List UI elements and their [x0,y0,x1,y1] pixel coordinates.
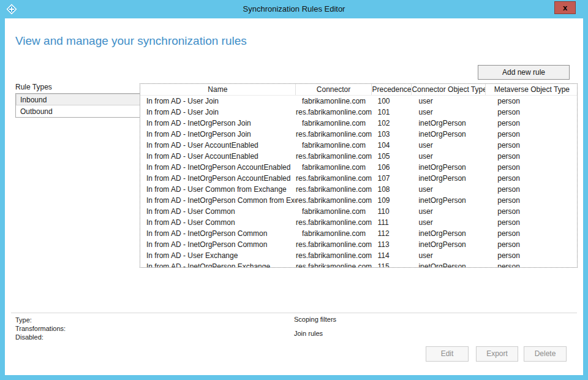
table-cell: In from AD - InetOrgPerson Join [140,129,296,140]
table-cell: res.fabrikamonline.com [296,250,372,261]
table-cell: In from AD - InetOrgPerson AccountEnable… [140,162,296,173]
table-row[interactable]: In from AD - InetOrgPerson Commonres.fab… [140,239,577,250]
table-cell: 101 [372,107,412,118]
details-divider [11,313,577,313]
table-cell: person [486,118,577,129]
rule-type-option-outbound[interactable]: Outbound [16,105,145,117]
table-cell: inetOrgPerson [412,162,486,173]
table-row[interactable]: In from AD - User Joinres.fabrikamonline… [140,107,577,118]
column-header-connector-object-type[interactable]: Connector Object Type [412,84,486,95]
table-cell: res.fabrikamonline.com [296,107,372,118]
table-cell: user [412,107,486,118]
column-header-metaverse-object-type[interactable]: Metaverse Object Type [486,84,577,95]
table-cell: In from AD - User Common [140,206,296,217]
table-cell: fabrikamonline.com [296,140,372,151]
table-cell: 107 [372,173,412,184]
table-cell: inetOrgPerson [412,195,486,206]
add-new-rule-button[interactable]: Add new rule [478,65,570,80]
table-cell: 104 [372,140,412,151]
table-cell: res.fabrikamonline.com [296,173,372,184]
table-cell: In from AD - User Join [140,107,296,118]
table-row[interactable]: In from AD - InetOrgPerson Common from E… [140,195,577,206]
table-header-row: Name Connector Precedence Connector Obje… [140,84,577,96]
table-row[interactable]: In from AD - InetOrgPerson Joinres.fabri… [140,129,577,140]
table-cell: person [486,195,577,206]
table-row[interactable]: In from AD - User Exchangeres.fabrikamon… [140,250,577,261]
table-cell: res.fabrikamonline.com [296,261,372,268]
sync-rules-table: Name Connector Precedence Connector Obje… [140,83,578,268]
table-cell: person [486,261,577,268]
table-cell: In from AD - User Exchange [140,250,296,261]
table-row[interactable]: In from AD - InetOrgPerson Joinfabrikamo… [140,118,577,129]
table-cell: inetOrgPerson [412,261,486,268]
table-cell: 109 [372,195,412,206]
table-cell: 114 [372,250,412,261]
table-cell: inetOrgPerson [412,239,486,250]
table-cell: res.fabrikamonline.com [296,129,372,140]
table-cell: person [486,239,577,250]
table-cell: person [486,206,577,217]
close-button[interactable]: x [554,1,576,14]
table-cell: res.fabrikamonline.com [296,239,372,250]
table-cell: person [486,217,577,228]
titlebar[interactable]: Synchronization Rules Editor x [0,0,588,18]
table-cell: res.fabrikamonline.com [296,217,372,228]
table-cell: res.fabrikamonline.com [296,195,372,206]
transformations-label: Transformations: [15,325,66,332]
table-row[interactable]: In from AD - User AccountEnabledres.fabr… [140,151,577,162]
rule-type-option-inbound[interactable]: Inbound [16,94,145,105]
table-row[interactable]: In from AD - InetOrgPerson Commonfabrika… [140,228,577,239]
table-cell: 112 [372,228,412,239]
table-row[interactable]: In from AD - InetOrgPerson Exchangeres.f… [140,261,577,268]
table-cell: In from AD - InetOrgPerson Common from E… [140,195,296,206]
table-row[interactable]: In from AD - InetOrgPerson AccountEnable… [140,162,577,173]
table-cell: In from AD - User AccountEnabled [140,151,296,162]
table-row[interactable]: In from AD - User Common from Exchangere… [140,184,577,195]
table-cell: fabrikamonline.com [296,228,372,239]
table-cell: 108 [372,184,412,195]
table-cell: inetOrgPerson [412,129,486,140]
table-cell: 102 [372,118,412,129]
table-cell: 115 [372,261,412,268]
table-cell: inetOrgPerson [412,173,486,184]
table-cell: fabrikamonline.com [296,162,372,173]
table-cell: user [412,96,486,107]
table-cell: In from AD - InetOrgPerson Common [140,228,296,239]
table-cell: user [412,206,486,217]
scoping-filters-label: Scoping filters [294,316,336,323]
export-button[interactable]: Export [476,346,518,362]
table-row[interactable]: In from AD - InetOrgPerson AccountEnable… [140,173,577,184]
table-row[interactable]: In from AD - User Commonfabrikamonline.c… [140,206,577,217]
table-cell: user [412,184,486,195]
table-cell: In from AD - User Common [140,217,296,228]
window-title: Synchronization Rules Editor [0,4,588,13]
table-cell: user [412,151,486,162]
table-row[interactable]: In from AD - User AccountEnabledfabrikam… [140,140,577,151]
table-cell: person [486,107,577,118]
delete-button[interactable]: Delete [524,346,567,362]
table-body: In from AD - User Joinfabrikamonline.com… [140,96,577,268]
edit-button[interactable]: Edit [426,346,469,362]
table-cell: person [486,162,577,173]
table-cell: In from AD - User Common from Exchange [140,184,296,195]
column-header-name[interactable]: Name [140,84,296,95]
table-row[interactable]: In from AD - User Commonres.fabrikamonli… [140,217,577,228]
table-cell: 105 [372,151,412,162]
column-header-connector[interactable]: Connector [296,84,372,95]
table-cell: In from AD - InetOrgPerson AccountEnable… [140,173,296,184]
type-label: Type: [15,316,32,324]
table-cell: res.fabrikamonline.com [296,151,372,162]
column-header-precedence[interactable]: Precedence [372,84,412,95]
table-row[interactable]: In from AD - User Joinfabrikamonline.com… [140,96,577,107]
table-cell: In from AD - User AccountEnabled [140,140,296,151]
disabled-label: Disabled: [15,333,43,341]
table-cell: user [412,140,486,151]
table-cell: fabrikamonline.com [296,96,372,107]
table-cell: inetOrgPerson [412,228,486,239]
table-cell: In from AD - User Join [140,96,296,107]
table-cell: 113 [372,239,412,250]
table-cell: In from AD - InetOrgPerson Exchange [140,261,296,268]
table-cell: person [486,184,577,195]
table-cell: person [486,140,577,151]
table-cell: user [412,250,486,261]
